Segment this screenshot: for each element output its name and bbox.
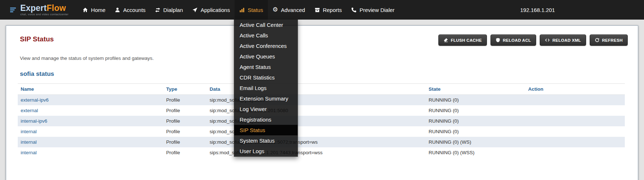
action-cell [525,137,625,147]
nav-item-preview-dialer[interactable]: Preview Dialer [346,0,399,20]
state-cell: RUNNING (0) [426,95,525,106]
profile-link[interactable]: external-ipv6 [21,97,49,103]
menu-item-email-logs[interactable]: Email Logs [234,83,298,93]
column-header-state: State [426,84,525,95]
server-ip: 192.168.1.201 [520,0,555,20]
nav-item-reports[interactable]: Reports [310,0,347,20]
menu-item-log-viewer[interactable]: Log Viewer [234,104,298,114]
menu-item-active-queues[interactable]: Active Queues [234,51,298,62]
menu-item-active-call-center[interactable]: Active Call Center [234,20,298,30]
state-cell: RUNNING (0) [426,126,525,137]
logo-text: ExpertFlow [20,3,66,13]
menu-item-active-calls[interactable]: Active Calls [234,30,298,41]
nav-label: Advanced [281,7,305,13]
status-dropdown-menu: Active Call Center Active Calls Active C… [234,20,298,157]
menu-item-system-status[interactable]: System Status [234,135,298,146]
nav-item-accounts[interactable]: Accounts [110,0,150,20]
content-card: SIP Status FLUSH CACHE RELOAD ACL RELOAD… [6,25,638,180]
profile-link[interactable]: internal-ipv6 [21,118,47,124]
nav-label: Reports [323,7,342,13]
menu-item-active-conferences[interactable]: Active Conferences [234,41,298,51]
menu-item-sip-status[interactable]: SIP Status [234,125,298,135]
button-label: RELOAD XML [552,38,581,42]
table-row: external Profile sip:mod_sofia@192.168.1… [18,105,625,116]
action-cell [525,147,625,158]
reload-xml-button[interactable]: RELOAD XML [540,34,586,46]
menu-item-user-logs[interactable]: User Logs [234,146,298,156]
swap-arrows-icon [155,7,160,13]
nav-label: Home [91,7,105,13]
expertflow-logo[interactable]: ExpertFlow chat, voice and video contact… [10,4,68,16]
column-header-type: Type [163,84,207,95]
type-cell: Profile [163,147,207,158]
type-cell: Profile [163,95,207,106]
button-label: RELOAD ACL [503,38,531,42]
action-cell [525,95,625,106]
shield-icon [496,38,500,42]
menu-item-registrations[interactable]: Registrations [234,114,298,125]
profile-link[interactable]: internal [21,129,37,134]
action-cell [525,116,625,126]
type-cell: Profile [163,137,207,147]
nav-item-dialplan[interactable]: Dialplan [150,0,188,20]
nav-item-status[interactable]: Status [235,0,268,20]
profile-link[interactable]: internal [21,139,37,145]
top-navbar: ExpertFlow chat, voice and video contact… [0,0,644,20]
type-cell: Profile [163,105,207,116]
reload-acl-button[interactable]: RELOAD ACL [491,34,536,46]
nav-label: Preview Dialer [359,7,395,13]
logo-bars-icon [10,7,17,13]
nav-label: Accounts [123,7,146,13]
column-header-action: Action [525,84,625,95]
flush-cache-button[interactable]: FLUSH CACHE [438,34,487,46]
column-header-name: Name [18,84,163,95]
nav-item-advanced[interactable]: ⚙ Advanced [268,0,310,20]
table-row: internal Profile sips:mod_sofia@192.168.… [18,147,625,158]
type-cell: Profile [163,116,207,126]
state-cell: RUNNING (0) (WS) [426,137,525,147]
paper-plane-icon [192,7,198,13]
gear-icon: ⚙ [273,7,278,13]
section-title-sofia-status: sofia status [20,70,628,78]
home-icon [83,7,88,13]
state-cell: RUNNING (0) (WSS) [426,147,525,158]
type-cell: Profile [163,126,207,137]
archive-box-icon [315,7,320,13]
table-row: internal-ipv6 Profile sip:mod_sofia@[::1… [18,116,625,126]
logo-text-flow: Flow [47,3,66,13]
nav-label: Status [248,7,263,13]
nav-label: Applications [201,7,230,13]
table-row: internal Profile sip:mod_sofia@192.168.1… [18,126,625,137]
action-cell [525,105,625,116]
page-description: View and manage the status of system pro… [20,56,628,61]
button-label: REFRESH [602,38,623,42]
bar-chart-icon [239,7,245,13]
refresh-button[interactable]: REFRESH [590,34,628,46]
menu-item-cdr-statistics[interactable]: CDR Statistics [234,72,298,83]
state-cell: RUNNING (0) [426,116,525,126]
refresh-icon [595,38,599,42]
menu-item-extension-summary[interactable]: Extension Summary [234,93,298,104]
table-row: internal Profile sip:mod_sofia@192.168.1… [18,137,625,147]
toolbar: FLUSH CACHE RELOAD ACL RELOAD XML REFRES… [438,34,628,46]
sofia-status-table: Name Type Data State Action external-ipv… [18,83,625,158]
profile-link[interactable]: external [21,108,38,113]
eraser-icon [443,38,448,42]
logo-tagline: chat, voice and video contactcenter [20,13,68,16]
menu-item-agent-status[interactable]: Agent Status [234,62,298,72]
action-cell [525,126,625,137]
phone-icon [351,7,357,13]
nav-label: Dialplan [163,7,183,13]
state-cell: RUNNING (0) [426,105,525,116]
user-icon [115,7,120,13]
nav-item-home[interactable]: Home [78,0,110,20]
code-icon [545,38,550,42]
logo-text-expert: Expert [20,3,47,13]
button-label: FLUSH CACHE [451,38,482,42]
table-header-row: Name Type Data State Action [18,84,625,95]
table-row: external-ipv6 Profile sip:mod_sofia@[::1… [18,95,625,106]
nav-item-applications[interactable]: Applications [188,0,235,20]
profile-link[interactable]: internal [21,150,37,155]
